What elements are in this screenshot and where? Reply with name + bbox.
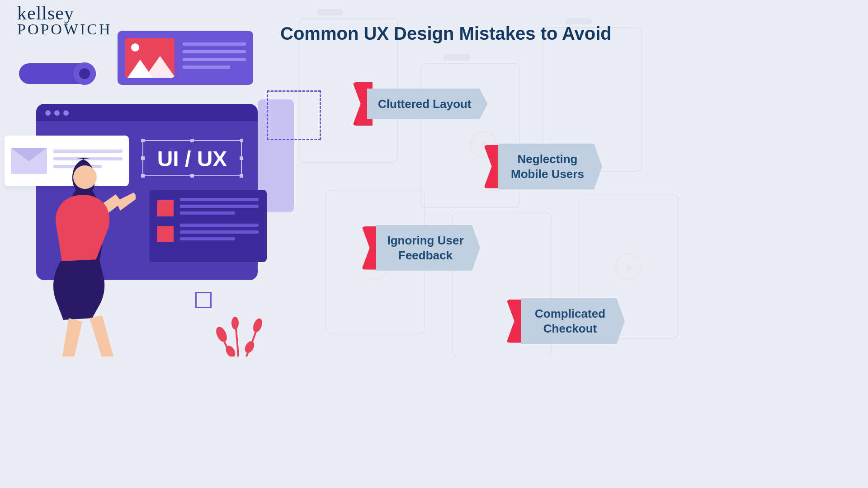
mistake-label-1: Cluttered Layout (367, 89, 488, 120)
svg-point-4 (243, 339, 256, 354)
logo-script: kellsey (17, 4, 112, 23)
mistake-bubble-2: NeglectingMobile Users (484, 144, 602, 189)
svg-point-0 (214, 325, 229, 343)
svg-point-5 (73, 165, 97, 189)
illus-ui-label: UI / UX (143, 141, 241, 177)
svg-point-1 (251, 317, 264, 333)
mistake-label-4: ComplicatedCheckout (521, 298, 625, 344)
image-icon (125, 38, 175, 78)
woman-illustration (27, 145, 136, 357)
mistake-label-2: NeglectingMobile Users (498, 144, 602, 189)
illus-toggle (19, 63, 96, 84)
plant-icon (212, 312, 276, 357)
mistake-bubble-1: Cluttered Layout (353, 82, 488, 126)
mistake-bubble-4: ComplicatedCheckout (506, 298, 625, 344)
mistake-label-3: Ignoring UserFeedback (376, 225, 480, 271)
illus-dashed-box (267, 90, 321, 140)
svg-point-2 (231, 317, 239, 329)
illus-small-square (195, 292, 212, 308)
illus-list-card (149, 190, 267, 262)
ux-illustration: UI / UX (5, 27, 321, 352)
page-title: Common UX Design Mistakes to Avoid (280, 23, 612, 44)
mistake-bubble-3: Ignoring UserFeedback (362, 225, 480, 271)
illus-image-card (118, 31, 253, 85)
illus-ui-label-frame: UI / UX (142, 140, 242, 176)
